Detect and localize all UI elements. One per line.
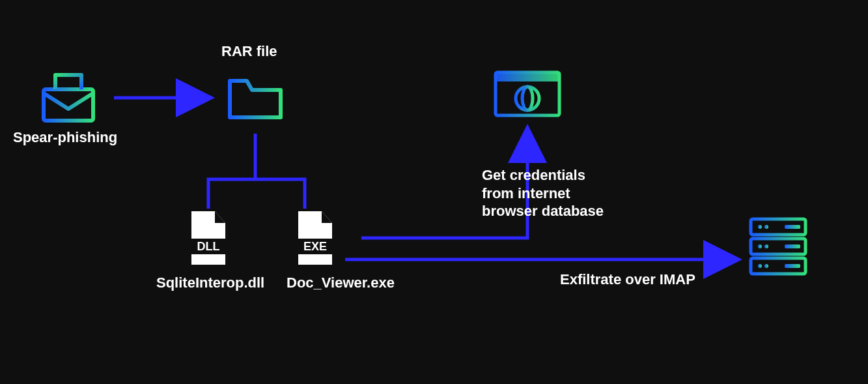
browser-credentials-label: Get credentials from internet browser da… bbox=[482, 166, 604, 220]
svg-point-16 bbox=[758, 225, 762, 229]
connector-rar-to-files bbox=[208, 134, 305, 209]
svg-rect-0 bbox=[44, 89, 93, 121]
exfiltrate-label: Exfiltrate over IMAP bbox=[560, 271, 695, 289]
svg-rect-23 bbox=[785, 244, 800, 248]
connectors-layer bbox=[0, 0, 868, 384]
svg-point-19 bbox=[764, 244, 768, 248]
folder-icon bbox=[225, 72, 287, 124]
svg-rect-12 bbox=[497, 74, 558, 81]
exe-file-label: Doc_Viewer.exe bbox=[287, 274, 395, 292]
attack-chain-diagram: Spear-phishing RAR file DLL SqliteIntero… bbox=[0, 0, 868, 384]
dll-file-icon: DLL bbox=[185, 209, 232, 267]
dll-file-label: SqliteInterop.dll bbox=[156, 274, 264, 292]
spear-phishing-node bbox=[36, 68, 101, 130]
svg-rect-24 bbox=[785, 264, 800, 268]
svg-point-18 bbox=[758, 244, 762, 248]
rar-file-label: RAR file bbox=[221, 42, 277, 61]
browser-node bbox=[492, 68, 563, 123]
svg-point-20 bbox=[758, 264, 762, 268]
browser-globe-icon bbox=[492, 68, 563, 121]
svg-rect-22 bbox=[785, 225, 800, 229]
svg-point-21 bbox=[764, 264, 768, 268]
exe-file-icon: EXE bbox=[292, 209, 339, 267]
spear-phishing-label: Spear-phishing bbox=[13, 128, 117, 147]
exe-badge-text: EXE bbox=[303, 240, 327, 253]
svg-point-17 bbox=[764, 225, 768, 229]
rar-file-node bbox=[225, 72, 287, 126]
server-icon bbox=[746, 215, 811, 287]
server-node bbox=[746, 215, 811, 289]
dll-badge-text: DLL bbox=[197, 240, 220, 253]
envelope-icon bbox=[36, 68, 101, 127]
dll-file-node: DLL bbox=[185, 209, 232, 267]
exe-file-node: EXE bbox=[292, 209, 339, 267]
